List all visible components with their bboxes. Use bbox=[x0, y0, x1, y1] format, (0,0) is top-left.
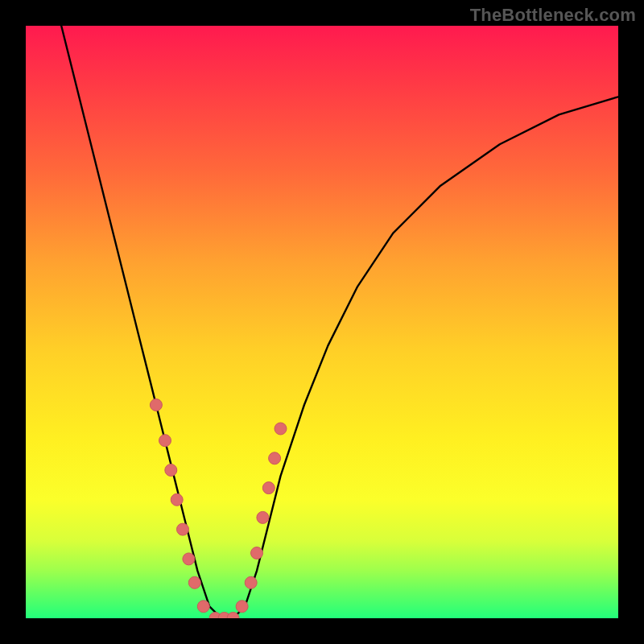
chart-plot-area bbox=[26, 26, 618, 618]
marker-point bbox=[197, 601, 209, 613]
marker-point bbox=[150, 399, 162, 411]
chart-frame: TheBottleneck.com bbox=[0, 0, 644, 644]
marker-point bbox=[171, 493, 183, 506]
marker-point bbox=[257, 511, 269, 523]
marker-point bbox=[262, 482, 275, 494]
marker-point bbox=[188, 576, 200, 588]
marker-point bbox=[159, 435, 171, 447]
marker-group bbox=[150, 399, 287, 619]
marker-point bbox=[177, 523, 189, 535]
marker-point bbox=[269, 452, 281, 464]
marker-point bbox=[275, 423, 287, 435]
marker-point bbox=[251, 547, 263, 559]
bottleneck-curve bbox=[61, 26, 618, 618]
marker-point bbox=[183, 553, 195, 565]
curve-layer bbox=[26, 26, 618, 618]
watermark-text: TheBottleneck.com bbox=[470, 5, 636, 26]
marker-point bbox=[236, 601, 248, 613]
marker-point bbox=[245, 576, 257, 588]
marker-point bbox=[165, 464, 177, 477]
